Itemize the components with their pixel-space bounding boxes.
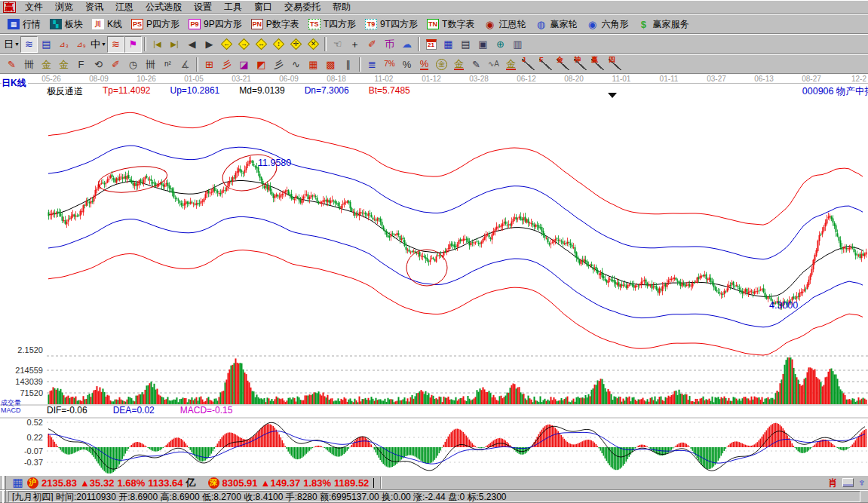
p-number-button[interactable]: PNP数字表	[247, 16, 304, 32]
bars-9-button[interactable]: ⊿₉	[72, 36, 90, 53]
f-angle-tool[interactable]: F	[537, 56, 554, 72]
gold-angle-tool[interactable]: 金	[554, 56, 572, 72]
t-square-button[interactable]: TST四方形	[304, 16, 360, 32]
shen-angle-tool[interactable]: 神	[572, 56, 589, 72]
winner-wheel-button[interactable]: ◍赢家轮	[530, 16, 581, 32]
volume-bar	[201, 397, 202, 404]
menu-item[interactable]: 公式选股	[140, 0, 188, 14]
calendar-button[interactable]: 21	[422, 36, 440, 53]
crosshair-button[interactable]: ＋	[346, 36, 363, 53]
n2-scale-tool[interactable]: n²	[159, 56, 176, 72]
grid-red-tool[interactable]: ▦	[305, 56, 322, 72]
info-note-button[interactable]: ▤	[38, 36, 55, 53]
shift-left-button[interactable]: ←	[218, 36, 235, 53]
grid-box-red-tool[interactable]: ▩	[322, 56, 339, 72]
zigzag-pattern-button[interactable]: ≋	[20, 36, 38, 53]
shenzhen-index-icon[interactable]: 深	[208, 477, 219, 489]
report-button[interactable]: ▤	[457, 36, 474, 53]
menu-item[interactable]: 设置	[188, 0, 218, 14]
pen-tool[interactable]: ✎	[3, 56, 20, 72]
expand-vertical-button[interactable]: ↕	[270, 36, 287, 53]
kline-button[interactable]: 川K线	[87, 16, 127, 32]
pen-ruler-tool[interactable]: ✎	[468, 56, 485, 72]
gold-circle-tool[interactable]: 金	[433, 56, 450, 72]
volume-bar	[484, 389, 486, 404]
quotes-button[interactable]: ▦行情	[3, 16, 45, 32]
bars-3-button[interactable]: ⊿₃	[55, 36, 72, 53]
j-angle-tool[interactable]: J	[520, 56, 537, 72]
prev-button[interactable]: ◀	[183, 36, 201, 53]
percent-tool[interactable]: %	[398, 56, 416, 72]
gann-wheel-button[interactable]: ◉江恩轮	[479, 16, 530, 32]
flag-filter-button[interactable]: ⚑	[124, 36, 142, 53]
fan-black-tool[interactable]: 彡	[270, 56, 287, 72]
percent-line-tool[interactable]: %	[416, 56, 433, 72]
menu-item[interactable]: 工具	[218, 0, 248, 14]
gold-underline-tool[interactable]: 金	[502, 56, 520, 72]
xiao-badge[interactable]: 肖	[829, 477, 838, 489]
hexagon-button[interactable]: ◉六角形	[581, 16, 633, 32]
period-day-button[interactable]: 日▼	[3, 36, 20, 53]
hand-tool-button[interactable]: ☜	[329, 36, 346, 53]
parallel-lines-tool[interactable]: ∥	[339, 56, 357, 72]
candle-style-button[interactable]: 中▼	[90, 36, 107, 53]
win-angle-tool[interactable]: 赢	[589, 56, 606, 72]
panel-drawer-icon[interactable]	[842, 478, 854, 487]
percent-retrace-tool[interactable]: 7%	[381, 56, 398, 72]
calculator-button[interactable]: ▦	[440, 36, 457, 53]
pattern-red-button[interactable]: ≋	[107, 36, 124, 53]
expand-all-button[interactable]: ✛	[287, 36, 305, 53]
gold-scale-tool-1[interactable]: 金	[38, 56, 55, 72]
winner-service-button[interactable]: $赢家服务	[633, 16, 693, 32]
cycle-scale-tool[interactable]: ◷	[124, 56, 142, 72]
menu-item[interactable]: 帮助	[327, 0, 357, 14]
menu-item[interactable]: 浏览	[49, 0, 79, 14]
save-button[interactable]: ▣	[474, 36, 492, 53]
purple-pattern-button[interactable]: 币	[381, 36, 398, 53]
wave-a-tool[interactable]: ∿A	[485, 56, 502, 72]
menu-item[interactable]: 文件	[19, 0, 49, 14]
last-page-button[interactable]: ▶|	[166, 36, 183, 53]
gold-lines-tool[interactable]: 金	[450, 56, 468, 72]
sectors-button[interactable]: ▚板块	[45, 16, 87, 32]
menu-item[interactable]: 交易委托	[278, 0, 327, 14]
first-page-button[interactable]: |◀	[149, 36, 166, 53]
shanghai-index-icon[interactable]: 沪	[27, 477, 38, 489]
fan-box-purple-tool[interactable]: ◪	[235, 56, 253, 72]
expand-horizontal-button[interactable]: ↔	[253, 36, 270, 53]
mark-pin-button[interactable]: ✐	[363, 36, 381, 53]
protractor-tool[interactable]: ∡	[176, 56, 194, 72]
t-number-button[interactable]: TNT数字表	[422, 16, 479, 32]
fan-box-red-tool[interactable]: ◩	[253, 56, 270, 72]
four-angle-tool[interactable]: 四	[606, 56, 624, 72]
remote-button[interactable]: ▥	[509, 36, 526, 53]
hash-scale-tool[interactable]: 卌	[142, 56, 159, 72]
scale-grid-tool[interactable]: 卌	[20, 56, 38, 72]
next-button[interactable]: ▶	[201, 36, 218, 53]
chart-area[interactable]: 11.95804.3000 日K线 极反通道 Tp=11.4092Up=10.2…	[0, 74, 868, 475]
menu-item[interactable]: 资讯	[79, 0, 109, 14]
menu-item[interactable]: 江恩	[109, 0, 140, 14]
gold-scale-tool-2[interactable]: 金	[55, 56, 72, 72]
pen-scale-tool[interactable]: ✐	[107, 56, 124, 72]
compress-button[interactable]: ✕	[305, 36, 322, 53]
gann-bars-tool[interactable]: ≣	[363, 56, 381, 72]
network-button[interactable]: ⊕	[492, 36, 509, 53]
toolbar-grip[interactable]	[2, 476, 6, 489]
p-square-button[interactable]: PSP四方形	[127, 16, 184, 32]
volume-bar	[255, 397, 256, 404]
macd-hist-bar	[353, 443, 354, 447]
fan-red-tool[interactable]: 彡	[218, 56, 235, 72]
cloud-pattern-button[interactable]: ☁	[398, 36, 416, 53]
quotes-table-icon[interactable]: ▦	[11, 477, 24, 489]
antenna-icon[interactable]: ♆	[858, 477, 866, 489]
f-scale-tool[interactable]: F	[72, 56, 90, 72]
spiral-scale-tool[interactable]: ⟲	[90, 56, 107, 72]
wave-tool[interactable]: ∿	[287, 56, 305, 72]
shift-right-button[interactable]: →	[235, 36, 253, 53]
menu-item[interactable]: 窗口	[248, 0, 278, 14]
box-target-tool[interactable]: ⊞	[201, 56, 218, 72]
9p-square-button[interactable]: P99P四方形	[184, 16, 247, 32]
volume-bar	[647, 399, 649, 404]
9t-square-button[interactable]: T99T四方形	[360, 16, 422, 32]
